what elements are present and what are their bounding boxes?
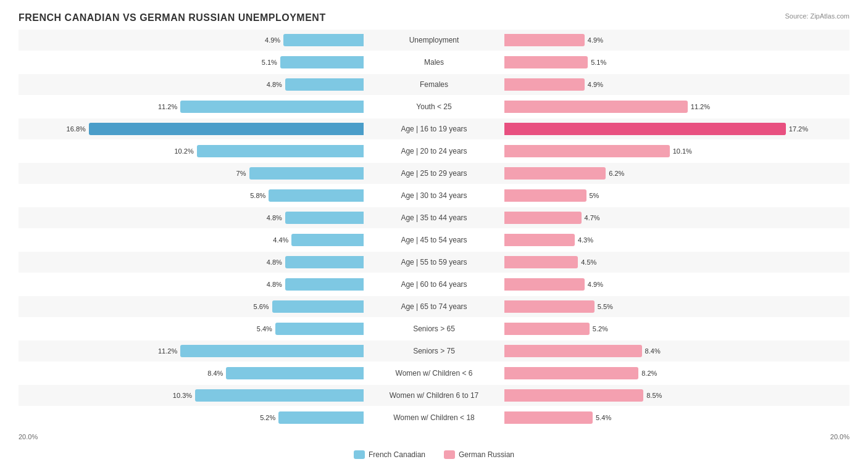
legend-label-french-canadian: French Canadian (369, 450, 425, 459)
chart-row: 8.4% Women w/ Children < 6 8.2% (19, 363, 849, 384)
right-bar-container: 4.5% (502, 256, 849, 268)
value-left: 5.8% (250, 192, 265, 199)
value-left: 4.8% (267, 258, 282, 266)
left-bar-container: 8.4% (19, 367, 366, 379)
right-bar-container: 5.5% (502, 300, 849, 313)
value-left: 5.6% (254, 303, 269, 310)
bar-left: 4.8% (285, 78, 364, 91)
value-right: 4.9% (588, 36, 603, 44)
row-label: Seniors > 75 (366, 347, 502, 355)
chart-row: 4.8% Females 4.9% (19, 74, 849, 95)
row-label: Age | 60 to 64 years (366, 280, 502, 289)
left-bar-container: 5.2% (19, 411, 366, 424)
chart-row: 5.2% Women w/ Children < 18 5.4% (19, 407, 849, 428)
legend-french-canadian: French Canadian (354, 450, 425, 459)
chart-row: 4.8% Age | 55 to 59 years 4.5% (19, 252, 849, 273)
chart-row: 10.3% Women w/ Children 6 to 17 8.5% (19, 385, 849, 406)
bar-right: 5.4% (504, 411, 593, 424)
bar-left: 5.6% (272, 300, 364, 313)
bar-right: 4.3% (504, 234, 575, 246)
chart-container: FRENCH CANADIAN VS GERMAN RUSSIAN UNEMPL… (0, 0, 868, 467)
chart-row: 4.4% Age | 45 to 54 years 4.3% (19, 229, 849, 250)
bar-right: 5.5% (504, 300, 595, 313)
value-right: 5.1% (591, 59, 606, 66)
bar-right: 8.4% (504, 345, 642, 357)
right-bar-container: 10.1% (502, 145, 849, 157)
row-label: Age | 55 to 59 years (366, 258, 502, 267)
row-label: Seniors > 65 (366, 324, 502, 333)
right-bar-container: 4.7% (502, 212, 849, 224)
bar-right: 5.1% (504, 56, 588, 68)
bar-right: 11.2% (504, 101, 688, 113)
value-left: 5.2% (260, 414, 275, 421)
bar-right: 5.2% (504, 323, 590, 335)
row-label: Females (366, 80, 502, 89)
value-right: 8.5% (646, 392, 662, 399)
bar-right: 4.9% (504, 34, 585, 46)
bar-left: 4.4% (291, 234, 364, 246)
left-bar-container: 7% (19, 167, 366, 180)
chart-area: 4.9% Unemployment 4.9% 5.1% Males 5.1% (19, 30, 849, 428)
axis-right: 20.0% (830, 433, 849, 440)
value-left: 11.2% (158, 347, 177, 355)
legend-color-blue (354, 450, 365, 459)
right-bar-container: 17.2% (502, 123, 849, 135)
bar-left: 11.2% (180, 345, 364, 357)
value-left: 4.4% (273, 236, 288, 244)
value-right: 8.2% (641, 370, 657, 377)
chart-row: 5.1% Males 5.1% (19, 52, 849, 73)
bar-left: 11.2% (180, 101, 364, 113)
source-label: Source: ZipAtlas.com (785, 12, 849, 20)
left-bar-container: 5.8% (19, 189, 366, 202)
row-label: Youth < 25 (366, 102, 502, 111)
bar-right: 4.9% (504, 78, 585, 91)
chart-title: FRENCH CANADIAN VS GERMAN RUSSIAN UNEMPL… (19, 12, 849, 23)
right-bar-container: 4.9% (502, 278, 849, 291)
left-bar-container: 10.2% (19, 145, 366, 157)
value-right: 4.3% (578, 236, 593, 244)
bar-left: 4.9% (283, 34, 364, 46)
row-label: Age | 35 to 44 years (366, 213, 502, 222)
left-bar-container: 11.2% (19, 345, 366, 357)
chart-row: 4.9% Unemployment 4.9% (19, 30, 849, 51)
value-right: 17.2% (789, 125, 808, 133)
right-bar-container: 4.9% (502, 78, 849, 91)
legend-color-pink (444, 450, 455, 459)
value-left: 5.4% (257, 325, 272, 333)
row-label: Age | 20 to 24 years (366, 147, 502, 155)
chart-row: 11.2% Seniors > 75 8.4% (19, 341, 849, 362)
row-label: Women w/ Children < 6 (366, 369, 502, 378)
value-left: 4.8% (267, 81, 282, 88)
right-bar-container: 6.2% (502, 167, 849, 180)
right-bar-container: 11.2% (502, 101, 849, 113)
left-bar-container: 4.8% (19, 278, 366, 291)
left-bar-container: 10.3% (19, 389, 366, 402)
bar-left: 16.8% (89, 123, 364, 135)
left-bar-container: 16.8% (19, 123, 366, 135)
right-bar-container: 5% (502, 189, 849, 202)
value-left: 4.8% (267, 214, 282, 221)
value-right: 6.2% (609, 170, 624, 177)
row-label: Women w/ Children 6 to 17 (366, 391, 502, 400)
bar-left: 10.2% (197, 145, 364, 157)
bar-right: 10.1% (504, 145, 670, 157)
chart-row: 4.8% Age | 35 to 44 years 4.7% (19, 207, 849, 228)
left-bar-container: 4.9% (19, 34, 366, 46)
bar-right: 8.5% (504, 389, 643, 402)
row-label: Unemployment (366, 36, 502, 44)
bar-left: 7% (249, 167, 364, 180)
value-left: 4.9% (265, 36, 280, 44)
chart-row: 5.4% Seniors > 65 5.2% (19, 318, 849, 339)
bar-left: 5.8% (269, 189, 364, 202)
value-right: 8.4% (645, 347, 661, 355)
value-left: 10.2% (175, 147, 194, 155)
row-label: Age | 16 to 19 years (366, 125, 502, 133)
row-label: Males (366, 58, 502, 67)
right-bar-container: 4.9% (502, 34, 849, 46)
bar-left: 5.2% (278, 411, 364, 424)
right-bar-container: 8.4% (502, 345, 849, 357)
chart-row: 5.8% Age | 30 to 34 years 5% (19, 185, 849, 206)
row-label: Age | 45 to 54 years (366, 236, 502, 244)
value-left: 10.3% (173, 392, 192, 399)
bar-left: 5.1% (280, 56, 364, 68)
